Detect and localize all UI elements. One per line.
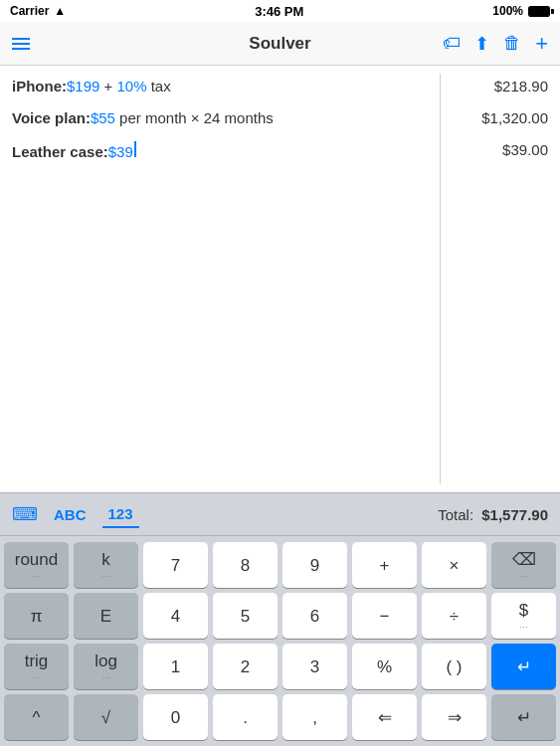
key-%[interactable]: % (352, 644, 417, 689)
key-main-2: 2 (241, 658, 250, 675)
tag-button[interactable]: 🏷 (443, 33, 461, 54)
line2-amount: $55 (91, 109, 115, 126)
key-main-return: ↵ (517, 658, 531, 675)
toolbar-left: ⌨ ABC 123 (12, 501, 139, 528)
calc-line-3[interactable]: Leather case: $39 (12, 137, 428, 169)
key-⌫[interactable]: ⌫… (491, 542, 556, 588)
key-π[interactable]: π (4, 593, 69, 639)
key-log[interactable]: log… (74, 644, 138, 689)
key-×[interactable]: × (422, 542, 486, 588)
key-round[interactable]: round… (4, 542, 69, 588)
key-row-1: round…k…789+×⌫… (4, 542, 556, 588)
battery-percent: 100% (492, 4, 523, 18)
results-section: $218.90 $1,320.00 $39.00 (441, 66, 560, 492)
key-2[interactable]: 2 (213, 644, 278, 689)
key-main-−: − (380, 608, 390, 625)
key-8[interactable]: 8 (213, 542, 278, 588)
key-E[interactable]: E (74, 593, 138, 639)
key-main-$: $ (519, 602, 528, 619)
key-main-8: 8 (241, 557, 250, 574)
key-( )[interactable]: ( ) (422, 644, 486, 689)
key-÷[interactable]: ÷ (422, 593, 486, 639)
key-main-3: 3 (310, 658, 319, 675)
key-⇒[interactable]: ⇒ (422, 694, 486, 740)
key-row-3: trig…log…123%( )↵ (4, 644, 556, 689)
share-button[interactable]: ⬆ (474, 33, 489, 55)
key-main-E: E (100, 608, 111, 625)
key-↵[interactable]: ↵ (491, 694, 556, 740)
key-main-6: 6 (310, 608, 319, 625)
toolbar-total: Total: $1,577.90 (438, 506, 548, 523)
key-row-4: ^√0.,⇐⇒↵ (4, 694, 556, 740)
key-main-5: 5 (241, 608, 250, 625)
add-button[interactable]: + (535, 31, 548, 57)
total-label: Total: (438, 506, 473, 523)
key-sub-round: … (32, 570, 41, 579)
key-main-%: % (377, 658, 392, 675)
nav-bar: Soulver 🏷 ⬆ 🗑 + (0, 22, 560, 66)
line2-per-month: per month (115, 109, 191, 126)
key-sub-⌫: … (519, 570, 528, 579)
key-+[interactable]: + (352, 542, 417, 588)
key-main-7: 7 (171, 557, 180, 574)
key-main-⇒: ⇒ (448, 709, 462, 726)
nav-left (12, 38, 30, 50)
key-main-9: 9 (310, 557, 319, 574)
result-2: $1,320.00 (453, 105, 548, 137)
key-main-+: + (380, 557, 390, 574)
key-sub-log: … (101, 671, 110, 680)
keyboard-toolbar: ⌨ ABC 123 Total: $1,577.90 (0, 492, 560, 536)
key-,[interactable]: , (282, 694, 347, 740)
key-4[interactable]: 4 (143, 593, 208, 639)
text-cursor (134, 141, 136, 157)
abc-button[interactable]: ABC (48, 502, 93, 527)
key-main-⇐: ⇐ (378, 709, 392, 726)
key-5[interactable]: 5 (213, 593, 278, 639)
key-main-÷: ÷ (450, 608, 459, 625)
key-main-round: round (15, 551, 58, 568)
keyboard-icon[interactable]: ⌨ (12, 503, 38, 525)
key-main-k: k (101, 551, 110, 568)
key-−[interactable]: − (352, 593, 417, 639)
key-7[interactable]: 7 (143, 542, 208, 588)
calc-line-1[interactable]: iPhone: $199 + 10% tax (12, 74, 428, 105)
menu-button[interactable] (12, 38, 30, 50)
trash-button[interactable]: 🗑 (503, 33, 521, 54)
key-9[interactable]: 9 (282, 542, 347, 588)
key-⇐[interactable]: ⇐ (352, 694, 417, 740)
key-k[interactable]: k… (74, 542, 138, 588)
line1-tax-label: tax (147, 78, 171, 94)
nav-title: Soulver (249, 34, 310, 54)
key-0[interactable]: 0 (143, 694, 208, 740)
line3-amount: $39 (108, 143, 133, 160)
key-return[interactable]: ↵ (491, 644, 556, 689)
line1-amount: $199 (67, 78, 99, 94)
key-.[interactable]: . (213, 694, 278, 740)
key-main-1: 1 (171, 658, 180, 675)
key-main-^: ^ (33, 709, 41, 726)
calc-line-2[interactable]: Voice plan: $55 per month × 24 months (12, 105, 428, 137)
result-3: $39.00 (453, 137, 548, 169)
key-sub-$: … (519, 621, 528, 630)
result-1: $218.90 (453, 74, 548, 105)
key-√[interactable]: √ (74, 694, 138, 740)
lines-section[interactable]: iPhone: $199 + 10% tax Voice plan: $55 p… (0, 66, 440, 492)
key-$[interactable]: $… (491, 593, 556, 639)
key-main-0: 0 (171, 709, 180, 726)
key-main-trig: trig (25, 653, 49, 669)
num-button[interactable]: 123 (102, 501, 139, 528)
key-^[interactable]: ^ (4, 694, 69, 740)
carrier-label: Carrier (10, 4, 49, 18)
wifi-icon: ▲ (54, 4, 66, 18)
key-main-4: 4 (171, 608, 180, 625)
key-1[interactable]: 1 (143, 644, 208, 689)
key-main-×: × (450, 557, 460, 574)
line3-label: Leather case: (12, 143, 108, 160)
key-main-π: π (31, 608, 43, 625)
status-left: Carrier ▲ (10, 4, 66, 18)
key-6[interactable]: 6 (282, 593, 347, 639)
key-main-( ): ( ) (446, 658, 462, 675)
key-3[interactable]: 3 (282, 644, 347, 689)
key-trig[interactable]: trig… (4, 644, 69, 689)
key-row-2: πE456−÷$… (4, 593, 556, 639)
